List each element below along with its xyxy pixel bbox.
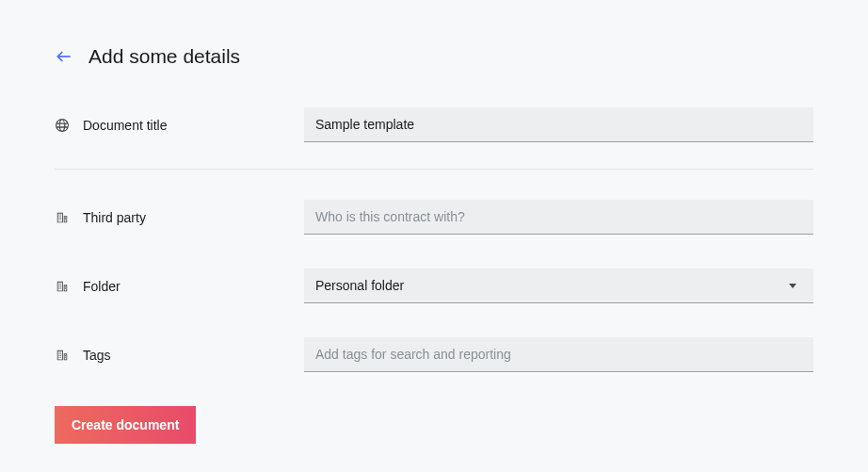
row-third-party: Third party: [55, 200, 813, 235]
globe-icon: [55, 118, 70, 133]
back-arrow-icon[interactable]: [55, 47, 73, 66]
row-document-title: Document title: [55, 107, 813, 142]
label-text-folder: Folder: [83, 279, 121, 294]
label-third-party: Third party: [55, 210, 304, 225]
third-party-input[interactable]: [304, 200, 813, 235]
label-folder: Folder: [55, 279, 304, 294]
caret-down-icon: [789, 284, 796, 288]
label-document-title: Document title: [55, 118, 304, 133]
label-text-document-title: Document title: [83, 118, 167, 133]
create-document-button[interactable]: Create document: [55, 406, 196, 444]
row-tags: Tags: [55, 337, 813, 372]
label-text-third-party: Third party: [83, 210, 146, 225]
tags-icon: [55, 348, 70, 363]
label-text-tags: Tags: [83, 348, 111, 363]
folder-selected-value: Personal folder: [315, 278, 404, 293]
business-icon: [55, 210, 70, 225]
page-header: Add some details: [55, 45, 813, 68]
row-folder: Folder Personal folder: [55, 269, 813, 303]
section-divider: [55, 169, 813, 170]
document-title-input[interactable]: [304, 107, 813, 142]
tags-input[interactable]: [304, 337, 813, 372]
folder-select[interactable]: Personal folder: [304, 269, 813, 303]
page-title: Add some details: [88, 45, 240, 68]
folder-icon: [55, 279, 70, 294]
label-tags: Tags: [55, 348, 304, 363]
